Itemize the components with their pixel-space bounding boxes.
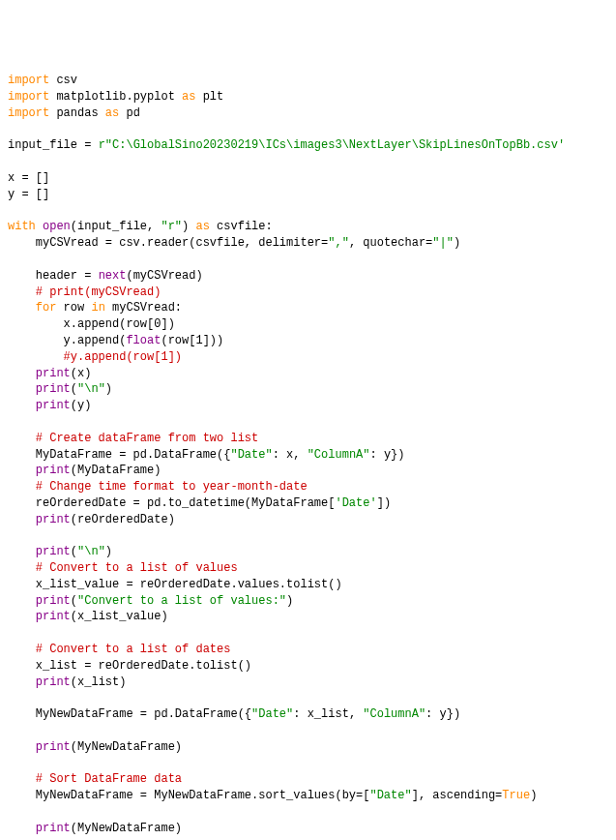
token-kw: as <box>195 220 209 233</box>
token-kw: import <box>8 90 49 104</box>
token-ident: ) <box>454 236 460 250</box>
token-ident: input_file = <box>8 138 99 152</box>
token-kw: True <box>502 789 530 802</box>
token-ident: ], ascending= <box>412 789 503 802</box>
token-str: "Date" <box>230 448 272 462</box>
token-ident: ) <box>286 594 293 608</box>
token-kw: import <box>8 106 49 120</box>
token-ident: row <box>56 301 91 315</box>
token-str: "|" <box>432 236 454 250</box>
token-ident <box>8 301 36 315</box>
token-ident <box>8 822 36 835</box>
token-ident: ( <box>71 594 77 608</box>
token-builtin: print <box>36 513 71 526</box>
token-str: 'Date' <box>335 496 376 510</box>
token-ident: x_list = reOrderedDate.tolist() <box>8 659 251 673</box>
token-ident <box>8 513 36 526</box>
token-builtin: print <box>36 594 71 608</box>
token-ident: plt <box>195 90 223 104</box>
token-ident: (input_file, <box>71 220 161 233</box>
token-ident: (row[ <box>161 334 195 347</box>
python-code-block: import csv import matplotlib.pyplot as p… <box>8 73 608 840</box>
token-ident: matplotlib.pyplot <box>49 90 182 104</box>
token-builtin: print <box>36 740 71 754</box>
token-ident: 1 <box>195 334 202 347</box>
token-ident: myCSVread: <box>105 301 182 315</box>
token-builtin: print <box>36 822 71 835</box>
token-str: "ColumnA" <box>308 448 370 462</box>
token-ident: (y) <box>71 399 92 412</box>
token-ident: : y}) <box>425 707 460 721</box>
token-ident: ) <box>105 382 112 396</box>
token-ident <box>8 675 36 689</box>
token-builtin: print <box>36 464 71 477</box>
token-builtin: next <box>99 269 127 283</box>
token-ident <box>8 399 36 412</box>
token-builtin: print <box>36 545 71 558</box>
token-ident: (MyDataFrame) <box>71 464 161 477</box>
token-kw: with <box>8 220 36 233</box>
token-comment: # Convert to a list of values <box>8 561 238 575</box>
token-ident <box>8 382 36 396</box>
token-ident: y.append( <box>8 334 126 347</box>
token-builtin: print <box>36 675 71 689</box>
token-ident: ) <box>530 789 537 802</box>
token-ident: x = [] <box>8 171 49 185</box>
token-ident: (MyNewDataFrame) <box>71 740 182 754</box>
token-ident: : x, <box>273 448 308 462</box>
token-ident: ) <box>105 545 112 558</box>
token-ident: (myCSVread) <box>126 269 202 283</box>
token-ident: : y}) <box>369 448 404 462</box>
token-ident <box>36 220 43 233</box>
token-ident: csvfile: <box>210 220 273 233</box>
token-str: "Date" <box>251 707 293 721</box>
token-builtin: print <box>36 367 71 380</box>
token-ident: csv <box>49 74 77 87</box>
token-ident: y = [] <box>8 188 49 201</box>
token-ident <box>8 610 36 623</box>
token-comment: # Sort DataFrame data <box>8 772 182 786</box>
token-ident <box>8 367 36 380</box>
token-builtin: print <box>36 382 71 396</box>
token-ident <box>8 594 36 608</box>
token-builtin: open <box>43 220 71 233</box>
token-ident: ( <box>71 545 77 558</box>
token-str: "Convert to a list of values:" <box>77 594 286 608</box>
token-ident: pd <box>119 106 140 120</box>
token-ident: header = <box>8 269 99 283</box>
token-ident: : x_list, <box>293 707 363 721</box>
token-ident: x.append(row[ <box>8 317 154 331</box>
token-ident: ]) <box>161 317 174 331</box>
token-ident: x_list_value = reOrderedDate.values.toli… <box>8 578 342 591</box>
token-ident: (reOrderedDate) <box>71 513 175 526</box>
token-kw: in <box>91 301 104 315</box>
token-ident: myCSVread = csv.reader(csvfile, delimite… <box>8 236 328 250</box>
token-comment: # Convert to a list of dates <box>8 643 230 656</box>
token-ident: MyNewDataFrame = pd.DataFrame({ <box>8 707 251 721</box>
token-builtin: print <box>36 399 71 412</box>
token-str: r"C:\GlobalSino20230219\ICs\images3\Next… <box>99 138 565 152</box>
token-ident <box>8 464 36 477</box>
token-ident: ])) <box>203 334 224 347</box>
token-str: "r" <box>161 220 182 233</box>
token-ident: (x_list) <box>71 675 127 689</box>
token-ident: (MyNewDataFrame) <box>71 822 182 835</box>
token-kw: import <box>8 74 49 87</box>
token-ident: (x) <box>71 367 92 380</box>
token-comment: #y.append(row[1]) <box>8 350 182 364</box>
token-ident: MyDataFrame = pd.DataFrame({ <box>8 448 230 462</box>
token-ident: (x_list_value) <box>71 610 168 623</box>
token-str: "ColumnA" <box>363 707 425 721</box>
token-ident: ( <box>71 382 77 396</box>
token-ident: MyNewDataFrame = MyNewDataFrame.sort_val… <box>8 789 369 802</box>
token-ident: pandas <box>49 106 105 120</box>
token-ident: , quotechar= <box>349 236 432 250</box>
token-ident <box>8 545 36 558</box>
token-comment: # Create dataFrame from two list <box>8 432 258 445</box>
token-ident: ]) <box>377 496 391 510</box>
token-ident <box>8 740 36 754</box>
token-kw: for <box>36 301 57 315</box>
token-kw: as <box>182 90 195 104</box>
token-str: "\n" <box>77 382 105 396</box>
token-str: "Date" <box>369 789 411 802</box>
